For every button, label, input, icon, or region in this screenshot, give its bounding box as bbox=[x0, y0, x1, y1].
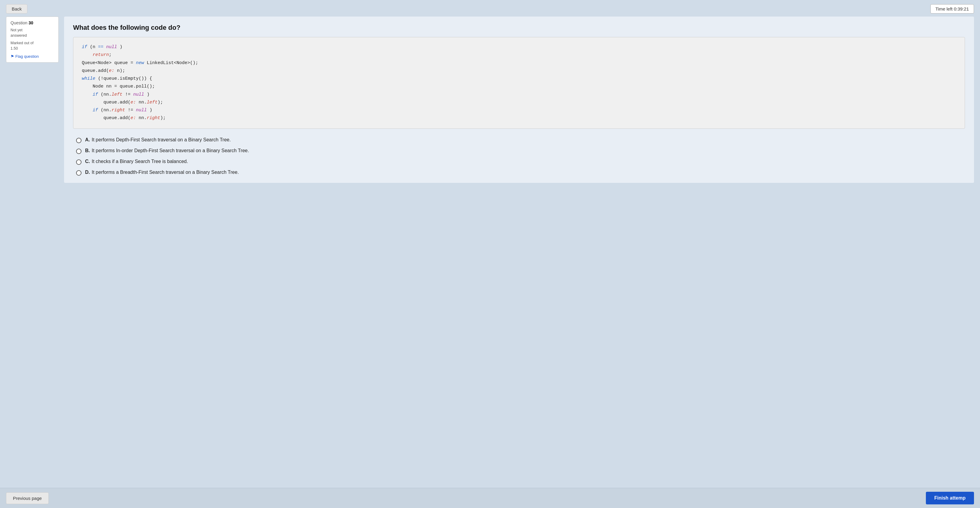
code-semi-1: ; bbox=[109, 53, 111, 57]
code-line-9: if (nn.right != null ) bbox=[82, 107, 956, 114]
code-linkedlist: LinkedList<Node>(); bbox=[144, 61, 198, 65]
code-kw-right-1: right bbox=[111, 108, 125, 113]
question-area: What does the following code do? if (n =… bbox=[64, 16, 974, 183]
code-line-1: if (n == null ) bbox=[82, 43, 956, 51]
option-c-text: It checks if a Binary Search Tree is bal… bbox=[92, 159, 188, 164]
code-queue-add-2: queue.add( bbox=[82, 100, 130, 105]
radio-a[interactable] bbox=[76, 138, 81, 143]
code-line-7: if (nn.left != null ) bbox=[82, 91, 956, 99]
option-c[interactable]: C.It checks if a Binary Search Tree is b… bbox=[76, 159, 965, 165]
option-c-label: C.It checks if a Binary Search Tree is b… bbox=[85, 159, 188, 164]
code-if-2-open: (nn. bbox=[101, 92, 111, 97]
code-null-3: null bbox=[136, 108, 147, 113]
code-null-1: null bbox=[106, 45, 117, 49]
code-if-3-open: (nn. bbox=[101, 108, 111, 113]
main-content: Question 30 Not yetanswered Marked out o… bbox=[0, 16, 980, 207]
sidebar: Question 30 Not yetanswered Marked out o… bbox=[6, 16, 59, 62]
code-line-4: queue.add(e: n); bbox=[82, 67, 956, 75]
code-kw-return: return bbox=[82, 53, 109, 57]
question-label: Question 30 bbox=[11, 21, 54, 25]
code-kw-e-3: e: bbox=[130, 116, 136, 121]
flag-question-link[interactable]: ⚑ Flag question bbox=[11, 54, 54, 59]
code-queue-decl: Queue<Node> queue = bbox=[82, 61, 136, 65]
option-d[interactable]: D.It performs a Breadth-First Search tra… bbox=[76, 170, 965, 176]
code-queue-add-1b: n); bbox=[114, 68, 125, 73]
code-semi-3: ); bbox=[160, 116, 166, 121]
flag-icon: ⚑ bbox=[11, 54, 14, 59]
option-a-label: A.It performs Depth-First Search travers… bbox=[85, 137, 231, 143]
option-b-text: It performs In-order Depth-First Search … bbox=[92, 148, 249, 153]
code-paren-3: ) bbox=[150, 108, 152, 113]
code-paren-1: ) bbox=[120, 45, 123, 49]
code-nn-left: nn. bbox=[136, 100, 147, 105]
option-b[interactable]: B.It performs In-order Depth-First Searc… bbox=[76, 148, 965, 154]
code-line-6: Node nn = queue.poll(); bbox=[82, 83, 956, 91]
top-bar: Back Time left 0:39:21 bbox=[0, 0, 980, 16]
code-line-10: queue.add(e: nn.right); bbox=[82, 114, 956, 122]
question-number: 30 bbox=[29, 21, 33, 25]
flag-question-label: Flag question bbox=[15, 54, 39, 59]
code-queue-add-3: queue.add( bbox=[82, 116, 130, 121]
question-title: What does the following code do? bbox=[73, 24, 965, 32]
code-block: if (n == null ) return; Queue<Node> queu… bbox=[73, 37, 965, 129]
code-kw-if-1: if bbox=[82, 45, 87, 49]
code-kw-e-2: e: bbox=[130, 100, 136, 105]
option-d-text: It performs a Breadth-First Search trave… bbox=[92, 170, 239, 175]
option-a-text: It performs Depth-First Search traversal… bbox=[92, 137, 231, 142]
options-list: A.It performs Depth-First Search travers… bbox=[76, 137, 965, 176]
code-paren-2: ) bbox=[147, 92, 150, 97]
code-nn-right: nn. bbox=[136, 116, 147, 121]
code-null-2: null bbox=[133, 92, 144, 97]
bottom-bar: Previous page Finish attemp bbox=[0, 488, 980, 508]
code-kw-right-2: right bbox=[147, 116, 160, 121]
code-kw-left-1: left bbox=[111, 92, 123, 97]
radio-c[interactable] bbox=[76, 159, 81, 165]
not-answered: Not yetanswered bbox=[11, 28, 54, 38]
marked-out: Marked out of1.50 bbox=[11, 41, 54, 51]
question-prefix: Question bbox=[11, 21, 29, 25]
radio-d[interactable] bbox=[76, 170, 81, 176]
code-kw-e-1: e: bbox=[109, 68, 114, 73]
code-kw-if-2: if bbox=[82, 92, 98, 97]
code-kw-if-3: if bbox=[82, 108, 98, 113]
code-text-1: (n bbox=[90, 45, 98, 49]
code-while-cond: (!queue.isEmpty()) { bbox=[95, 76, 152, 81]
code-line-2: return; bbox=[82, 51, 956, 59]
code-line-5: while (!queue.isEmpty()) { bbox=[82, 75, 956, 83]
code-line-3: Queue<Node> queue = new LinkedList<Node>… bbox=[82, 59, 956, 67]
option-a[interactable]: A.It performs Depth-First Search travers… bbox=[76, 137, 965, 143]
previous-page-button[interactable]: Previous page bbox=[6, 492, 49, 504]
code-node-poll: Node nn = queue.poll(); bbox=[82, 84, 155, 89]
back-button[interactable]: Back bbox=[6, 4, 27, 14]
code-kw-left-2: left bbox=[147, 100, 158, 105]
finish-attempt-button[interactable]: Finish attemp bbox=[926, 492, 974, 505]
code-semi-2: ); bbox=[158, 100, 163, 105]
code-queue-add-1: queue.add( bbox=[82, 68, 109, 73]
code-eq: == bbox=[98, 45, 103, 49]
code-kw-new: new bbox=[136, 61, 144, 65]
code-neq-1: != bbox=[125, 92, 130, 97]
option-d-label: D.It performs a Breadth-First Search tra… bbox=[85, 170, 239, 175]
code-line-8: queue.add(e: nn.left); bbox=[82, 99, 956, 107]
timer-box: Time left 0:39:21 bbox=[931, 4, 974, 14]
code-neq-2: != bbox=[128, 108, 133, 113]
option-b-label: B.It performs In-order Depth-First Searc… bbox=[85, 148, 249, 153]
code-kw-while: while bbox=[82, 76, 95, 81]
radio-b[interactable] bbox=[76, 148, 81, 154]
